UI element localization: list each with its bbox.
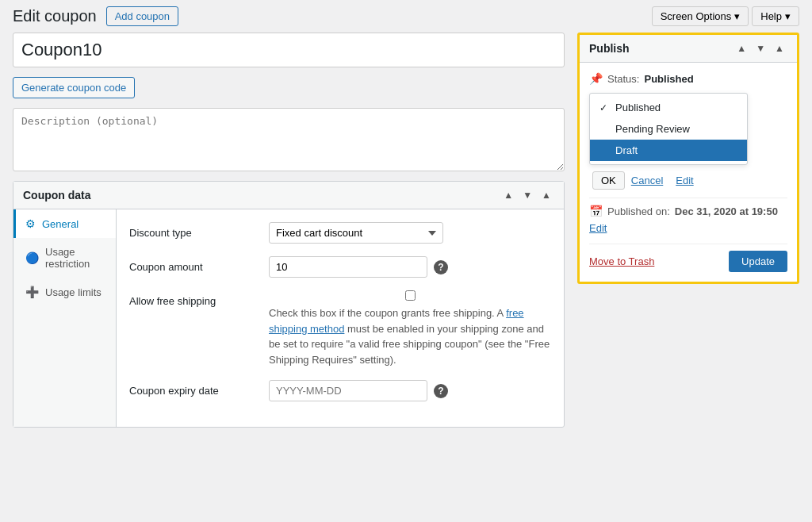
coupon-data-toggle-arrow[interactable]: ▲ [538,188,554,202]
tab-general[interactable]: ⚙ General [13,209,116,238]
coupon-expiry-field: ? [269,380,551,401]
usage-restriction-icon: 🔵 [25,251,39,264]
top-bar-right: Screen Options ▾ Help ▾ [652,6,799,26]
cancel-link[interactable]: Cancel [631,175,663,186]
tab-general-label: General [42,218,79,230]
discount-type-field: Fixed cart discount Percentage discount … [269,222,551,244]
coupon-amount-row: Coupon amount ? [129,256,551,278]
pin-icon: 📌 [589,72,603,85]
coupon-expiry-help-icon[interactable]: ? [434,384,448,398]
status-option-draft[interactable]: Draft [590,140,747,161]
status-value: Published [644,73,693,85]
coupon-amount-field: ? [269,256,551,278]
tab-usage-limits[interactable]: ➕ Usage limits [13,278,116,306]
publish-actions: Move to Trash Update [589,244,787,272]
free-shipping-label: Allow free shipping [129,290,256,307]
move-to-trash-link[interactable]: Move to Trash [589,255,654,267]
publish-header: Publish ▲ ▼ ▲ [580,35,797,63]
no-checkmark [599,124,611,135]
coupon-data-title: Coupon data [23,189,91,202]
publish-up-arrow[interactable]: ▲ [733,41,749,56]
coupon-expiry-row: Coupon expiry date ? [129,380,551,401]
publish-body: 📌 Status: Published ✓ Published Pending … [580,63,797,282]
page-title: Edit coupon [13,7,97,25]
help-button[interactable]: Help ▾ [752,6,799,26]
generate-coupon-code-button[interactable]: Generate coupon code [13,77,135,98]
coupon-amount-input[interactable] [269,256,427,278]
description-textarea[interactable] [13,108,565,171]
coupon-amount-help-icon[interactable]: ? [434,260,448,274]
status-option-pending-review-label: Pending Review [615,123,690,135]
tab-usage-limits-label: Usage limits [45,286,102,298]
status-dropdown: ✓ Published Pending Review Draft [589,93,748,165]
coupon-tabs: ⚙ General 🔵 Usage restriction ➕ Usage li… [13,209,117,427]
tab-usage-restriction[interactable]: 🔵 Usage restriction [13,238,116,278]
coupon-amount-label: Coupon amount [129,256,256,273]
edit-date-link[interactable]: Edit [589,222,787,234]
usage-limits-icon: ➕ [25,286,39,298]
status-option-pending-review[interactable]: Pending Review [590,118,747,140]
publish-arrows: ▲ ▼ ▲ [733,41,787,56]
add-coupon-button[interactable]: Add coupon [106,6,178,26]
coupon-expiry-label: Coupon expiry date [129,380,256,397]
discount-type-select[interactable]: Fixed cart discount Percentage discount … [269,222,443,244]
screen-options-button[interactable]: Screen Options ▾ [652,6,749,26]
top-bar: Edit coupon Add coupon Screen Options ▾ … [0,0,812,33]
discount-type-row: Discount type Fixed cart discount Percen… [129,222,551,244]
status-option-published[interactable]: ✓ Published [590,97,747,118]
coupon-panel-general: Discount type Fixed cart discount Percen… [117,209,564,427]
published-on-date: Dec 31, 2020 at 19:50 [675,205,778,217]
free-shipping-row: Allow free shipping Check this box if th… [129,290,551,367]
main-content: Generate coupon code Coupon data ▲ ▼ ▲ ⚙… [0,33,812,440]
free-shipping-field: Check this box if the coupon grants free… [269,290,551,367]
coupon-data-header: Coupon data ▲ ▼ ▲ [13,182,564,209]
coupon-name-input[interactable] [13,33,565,67]
no-checkmark-draft [599,145,611,156]
publish-title: Publish [589,42,630,55]
general-icon: ⚙ [25,217,36,230]
status-option-published-label: Published [615,102,661,113]
published-date-row: 📅 Published on: Dec 31, 2020 at 19:50 [589,198,787,217]
calendar-icon: 📅 [589,205,603,217]
status-row: 📌 Status: Published [589,72,787,85]
tab-usage-restriction-label: Usage restriction [45,246,106,270]
free-shipping-checkbox[interactable] [405,290,416,301]
status-dropdown-container: ✓ Published Pending Review Draft [589,93,787,165]
free-shipping-description: Check this box if the coupon grants free… [269,305,551,367]
edit-status-link[interactable]: Edit [676,175,693,186]
screen-options-label: Screen Options [661,10,732,22]
left-column: Generate coupon code Coupon data ▲ ▼ ▲ ⚙… [13,33,565,428]
free-shipping-method-link[interactable]: free shipping method [269,307,524,335]
ok-cancel-row: OK Cancel Edit [589,171,787,190]
help-label: Help [760,10,782,22]
coupon-data-box: Coupon data ▲ ▼ ▲ ⚙ General 🔵 Usage rest… [13,181,565,428]
right-column: Publish ▲ ▼ ▲ 📌 Status: Published [577,33,799,428]
publish-down-arrow[interactable]: ▼ [753,41,768,56]
chevron-down-icon-help: ▾ [785,10,791,22]
publish-toggle-arrow[interactable]: ▲ [772,41,787,56]
publish-box: Publish ▲ ▼ ▲ 📌 Status: Published [577,33,799,284]
coupon-data-body: ⚙ General 🔵 Usage restriction ➕ Usage li… [13,209,564,427]
update-button[interactable]: Update [729,251,787,272]
checkmark-icon: ✓ [599,102,611,113]
status-option-draft-label: Draft [615,144,638,156]
published-on-label: Published on: [607,205,670,217]
chevron-down-icon: ▾ [734,10,740,22]
header-arrows: ▲ ▼ ▲ [500,188,554,202]
free-shipping-checkbox-row [405,290,416,301]
top-bar-left: Edit coupon Add coupon [13,6,178,26]
status-label: Status: [607,73,639,85]
ok-button[interactable]: OK [592,171,625,190]
coupon-data-down-arrow[interactable]: ▼ [519,188,535,202]
coupon-expiry-input[interactable] [269,380,427,401]
discount-type-label: Discount type [129,222,256,239]
coupon-data-up-arrow[interactable]: ▲ [500,188,516,202]
